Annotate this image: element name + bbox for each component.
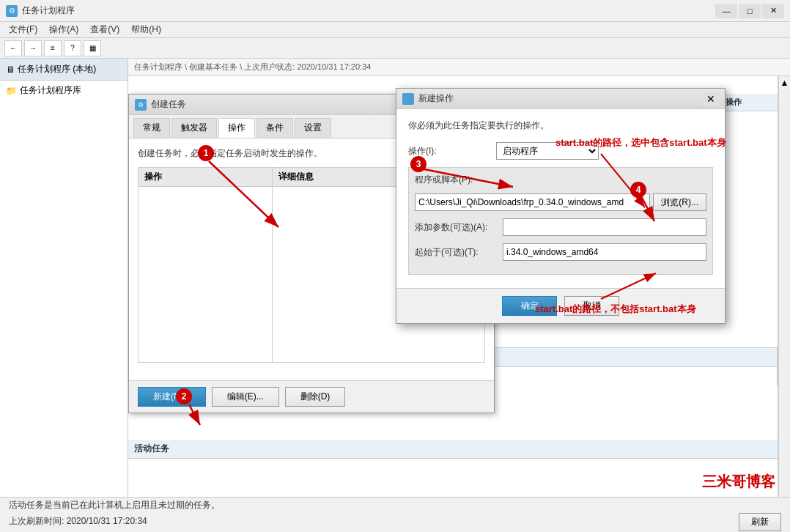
menu-bar: 文件(F) 操作(A) 查看(V) 帮助(H) (0, 22, 790, 38)
menu-view[interactable]: 查看(V) (84, 22, 125, 37)
last-refresh-text: 上次刷新时间: 2020/10/31 17:20:34 (9, 515, 147, 528)
browse-button[interactable]: 浏览(R)... (653, 193, 706, 211)
minimize-button[interactable]: — (715, 4, 737, 18)
active-tasks-section: 活动任务 (128, 440, 778, 459)
start-in-row: 起始于(可选)(T): (415, 243, 706, 261)
list-view-button[interactable]: ≡ (44, 40, 62, 56)
menu-file[interactable]: 文件(F) (3, 22, 43, 37)
window-controls: — □ ✕ (715, 4, 784, 18)
new-action-title: 新建操作 (418, 92, 703, 105)
new-action-dialog: 新建操作 ✕ 你必须为此任务指定要执行的操作。 操作(I): 启动程序 程序或脚… (396, 88, 726, 324)
tab-condition[interactable]: 条件 (256, 118, 293, 138)
tab-general[interactable]: 常规 (133, 118, 170, 138)
close-button[interactable]: ✕ (762, 4, 784, 18)
app-icon: ⚙ (6, 5, 18, 17)
folder-icon: 📁 (6, 86, 17, 96)
sidebar-header-text: 任务计划程序 (本地) (18, 63, 96, 75)
start-in-input[interactable] (503, 243, 706, 261)
add-params-row: 添加参数(可选)(A): (415, 218, 706, 236)
new-action-content: 你必须为此任务指定要执行的操作。 操作(I): 启动程序 程序或脚本(P): 浏… (396, 109, 725, 288)
title-bar: ⚙ 任务计划程序 — □ ✕ (0, 0, 790, 22)
back-button[interactable]: ← (4, 40, 22, 56)
action-cell (139, 187, 273, 363)
tab-settings[interactable]: 设置 (295, 118, 331, 138)
new-action-footer: 确定 取消 (396, 288, 725, 323)
tab-action[interactable]: 操作 (218, 118, 255, 138)
status-bottom: 上次刷新时间: 2020/10/31 17:20:34 刷新 (9, 513, 781, 531)
create-task-icon: ⚙ (135, 99, 147, 111)
program-label: 程序或脚本(P): (415, 174, 503, 186)
sidebar-header: 🖥 任务计划程序 (本地) (0, 59, 128, 81)
active-tasks-header: 活动任务 (128, 440, 778, 459)
cancel-button[interactable]: 取消 (564, 296, 619, 316)
edit-action-button[interactable]: 编辑(E)... (212, 387, 279, 407)
status-bar: 活动任务是当前已在此计算机上启用且未过期的任务。 上次刷新时间: 2020/10… (0, 497, 790, 532)
scrollbar[interactable]: ▲ (778, 76, 790, 532)
program-input[interactable] (415, 193, 650, 211)
breadcrumb-text: 任务计划程序 \ 创建基本任务 \ 上次用户状态: 2020/10/31 17:… (134, 62, 371, 73)
action-row: 操作(I): 启动程序 (408, 142, 713, 160)
menu-help[interactable]: 帮助(H) (125, 22, 167, 37)
grid-view-button[interactable]: ▦ (84, 40, 101, 56)
new-action-button[interactable]: 新建(N)... (138, 387, 206, 407)
col-action: 操作 (139, 168, 273, 187)
action-field-label: 操作(I): (408, 145, 496, 158)
action-select[interactable]: 启动程序 (496, 142, 599, 160)
refresh-button[interactable]: 刷新 (739, 513, 781, 531)
create-task-buttons: 新建(N)... 编辑(E)... 删除(D) (129, 380, 494, 413)
sidebar-library-label: 任务计划程序库 (20, 84, 81, 97)
program-row: 程序或脚本(P): (415, 174, 706, 186)
new-action-close[interactable]: ✕ (703, 92, 719, 106)
program-input-row: 浏览(R)... (415, 193, 706, 211)
delete-action-button[interactable]: 删除(D) (285, 387, 346, 407)
svg-rect-0 (402, 93, 414, 105)
new-action-icon (402, 93, 414, 105)
add-params-label: 添加参数(可选)(A): (415, 221, 503, 234)
toolbar: ← → ≡ ? ▦ (0, 38, 790, 59)
new-action-titlebar: 新建操作 ✕ (396, 89, 725, 109)
add-params-input[interactable] (503, 218, 706, 236)
ok-button[interactable]: 确定 (502, 296, 557, 316)
active-task-text: 活动任务是当前已在此计算机上启用且未过期的任务。 (9, 499, 781, 511)
sidebar: 🖥 任务计划程序 (本地) 📁 任务计划程序库 (0, 59, 128, 532)
forward-button[interactable]: → (24, 40, 42, 56)
window-title: 任务计划程序 (22, 4, 715, 17)
tab-trigger[interactable]: 触发器 (171, 118, 217, 138)
menu-action[interactable]: 操作(A) (43, 22, 84, 37)
new-action-description: 你必须为此任务指定要执行的操作。 (408, 119, 713, 132)
breadcrumb: 任务计划程序 \ 创建基本任务 \ 上次用户状态: 2020/10/31 17:… (128, 59, 790, 76)
maximize-button[interactable]: □ (739, 4, 761, 18)
start-in-label: 起始于(可选)(T): (415, 246, 503, 259)
sidebar-item-library[interactable]: 📁 任务计划程序库 (0, 81, 128, 100)
help-button[interactable]: ? (64, 40, 81, 56)
computer-icon: 🖥 (6, 64, 15, 75)
